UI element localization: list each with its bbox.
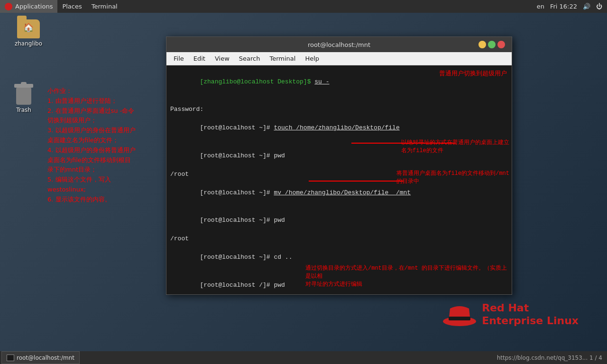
menu-edit[interactable]: Edit xyxy=(189,52,210,65)
redhat-hat-graphic xyxy=(443,301,476,328)
term-line-8: /root xyxy=(170,234,508,244)
taskbar: root@localhost:/mnt https://blog.csdn.ne… xyxy=(0,351,607,364)
taskbar-terminal-icon xyxy=(7,355,14,361)
terminal-title: root@localhost:/mnt xyxy=(308,41,370,48)
ann-line3: 切换到超级用户； xyxy=(47,117,97,124)
home-folder-icon[interactable]: 🏠 zhanglibo xyxy=(7,18,50,47)
house-icon: 🏠 xyxy=(23,22,34,32)
term-line-3: [root@localhost ~]# touch /home/zhanglib… xyxy=(170,114,508,142)
terminal-titlebar: root@localhost:/mnt _ □ × xyxy=(166,37,512,52)
prompt-4: [root@localhost ~]# xyxy=(200,152,274,159)
cmd-touch: touch /home/zhanglibo/Desktop/file xyxy=(274,124,399,131)
taskbar-terminal-label: root@localhost:/mnt xyxy=(17,355,74,361)
prompt-9: [root@localhost ~]# xyxy=(200,254,274,261)
prompt-7: [root@localhost ~]# xyxy=(200,217,274,224)
places-label: Places xyxy=(62,3,82,10)
terminal-content[interactable]: [zhanglibo@localhost Desktop]$ su - 普通用户… xyxy=(166,65,512,294)
cmd-su: su - xyxy=(314,78,329,85)
ann-line5: 桌面建立名为file的文件； xyxy=(47,136,119,144)
sound-icon[interactable]: 🔊 xyxy=(583,3,590,10)
cmd-cd-dotdot: cd .. xyxy=(274,254,292,261)
ann-line2: 2. 在普通用户界面通过su -命令 xyxy=(47,107,134,114)
page-info: https://blog.csdn.net/qq_3153... 1 / 4 xyxy=(497,355,607,361)
ann-line10: westoslinux; xyxy=(47,186,86,193)
taskbar-terminal-item[interactable]: root@localhost:/mnt xyxy=(1,351,80,364)
folder-label: zhanglibo xyxy=(15,40,42,47)
cmd-pwd2: pwd xyxy=(274,217,285,224)
prompt-1: [zhanglibo@localhost Desktop]$ xyxy=(200,78,314,85)
menu-search[interactable]: Search xyxy=(234,52,265,65)
menu-file[interactable]: File xyxy=(169,52,189,65)
ann-line8: 录下的mnt目录； xyxy=(47,166,97,173)
applications-label: Applications xyxy=(15,3,53,10)
ann-line6: 4. 以超级用户的身份将普通用户 xyxy=(47,146,136,154)
term-line-2: Password: xyxy=(170,105,508,114)
applications-menu[interactable]: Applications xyxy=(0,0,57,13)
trash-handle xyxy=(21,82,27,85)
close-button[interactable]: × xyxy=(497,41,505,48)
trash-label: Trash xyxy=(16,107,31,113)
ann-line-touch xyxy=(351,143,456,144)
homework-annotation: 小作业： 1. 由普通用户进行登陆； 2. 在普通用户界面通过su -命令 切换… xyxy=(47,86,166,205)
trash-icon[interactable]: Trash xyxy=(14,84,33,113)
cmd-pwd1: pwd xyxy=(274,152,285,159)
term-line-1: [zhanglibo@localhost Desktop]$ su - 普通用户… xyxy=(170,68,508,105)
prompt-6: [root@localhost ~]# xyxy=(200,189,274,196)
ann-touch: 以绝对寻址的方式在普通用户的桌面上建立名为file的文件 xyxy=(401,139,509,155)
redhat-name: Red Hat xyxy=(482,302,579,314)
ann-line-mv xyxy=(309,181,404,182)
cmd-mv: mv /home/zhanglibo/Desktop/file /mnt xyxy=(274,189,411,196)
ann-line11: 6. 显示该文件的内容。 xyxy=(47,196,111,203)
terminal-menu-top[interactable]: Terminal xyxy=(87,0,122,13)
menu-help[interactable]: Help xyxy=(300,52,324,65)
maximize-button[interactable]: □ xyxy=(488,41,496,48)
redhat-logo: Red Hat Enterprise Linux xyxy=(443,301,579,328)
ann-line4: 3. 以超级用户的身份在普通用户 xyxy=(47,127,136,134)
terminal-menubar: File Edit View Search Terminal Help xyxy=(166,52,512,65)
desktop: 🏠 zhanglibo Trash 小作业： 1. 由普通用户进行登陆； 2. … xyxy=(0,13,607,351)
ann-vim: 通过切换目录的方式进入/mnt目录，在/mnt 的目录下进行编辑文件。（实质上是… xyxy=(305,264,509,288)
term-line-7: [root@localhost ~]# pwd xyxy=(170,207,508,235)
terminal-label: Terminal xyxy=(92,3,118,10)
terminal-window: root@localhost:/mnt _ □ × File Edit View… xyxy=(166,36,512,295)
prompt-3: [root@localhost ~]# xyxy=(200,124,274,131)
svg-rect-1 xyxy=(449,317,470,320)
trash-body xyxy=(16,88,31,105)
trash-graphic xyxy=(14,84,33,105)
app-icon xyxy=(5,3,12,10)
redhat-product: Enterprise Linux xyxy=(482,315,579,327)
minimize-button[interactable]: _ xyxy=(478,41,486,48)
ann-line7: 桌面名为file的文件移动到根目 xyxy=(47,156,131,164)
ann-line1: 1. 由普通用户进行登陆； xyxy=(47,97,117,104)
menu-terminal[interactable]: Terminal xyxy=(265,52,300,65)
power-icon[interactable]: ⏻ xyxy=(596,3,602,10)
prompt-10: [root@localhost /]# xyxy=(200,282,274,289)
ann-mv: 将普通用户桌面名为file的文件移动到/mnt的目录中 xyxy=(396,170,509,186)
ann-title: 小作业： xyxy=(47,87,72,94)
language-indicator: en xyxy=(537,3,544,10)
folder-graphic: 🏠 xyxy=(17,19,40,38)
clock: Fri 16:22 xyxy=(550,3,577,10)
top-right-area: en Fri 16:22 🔊 ⏻ xyxy=(537,3,607,10)
redhat-text: Red Hat Enterprise Linux xyxy=(482,302,579,327)
ann-su: 普通用户切换到超级用户 xyxy=(439,69,507,79)
cmd-pwd3: pwd xyxy=(274,282,285,289)
ann-line9: 5. 编辑这个文件，写入 xyxy=(47,176,111,183)
top-menubar: Applications Places Terminal en Fri 16:2… xyxy=(0,0,607,13)
places-menu[interactable]: Places xyxy=(57,0,86,13)
menu-view[interactable]: View xyxy=(210,52,234,65)
